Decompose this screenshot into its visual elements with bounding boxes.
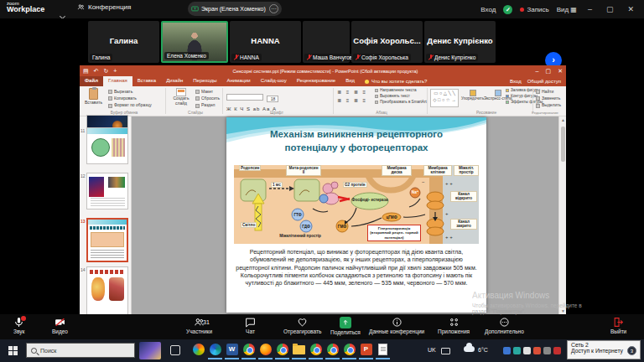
ppt-minimize-button[interactable]: – — [532, 68, 543, 74]
restore-button[interactable]: ▢ — [603, 5, 617, 13]
tab-design[interactable]: Дизайн — [161, 76, 188, 86]
participant-tile-hanna[interactable]: HANNA HANNA — [230, 21, 301, 63]
more-button[interactable]: Дополнительно — [485, 317, 524, 334]
view-button[interactable]: Вид ▦ — [557, 6, 577, 13]
participants-button[interactable]: 31 Участники — [186, 317, 212, 334]
label-channel-closed: Канал закрито — [450, 219, 477, 230]
select-button[interactable]: Выделить — [536, 102, 561, 107]
signin-link[interactable]: Вход — [480, 6, 496, 13]
participant-tile-sofia[interactable]: Софія Хорольс... Софія Хорольська — [351, 21, 423, 63]
editing-commands: Найти Заменить Выделить — [536, 89, 561, 108]
tab-slideshow[interactable]: Слайд-шоу — [256, 76, 292, 86]
copy-button[interactable]: Копировать — [108, 96, 152, 101]
layout-button[interactable]: Макет — [195, 89, 220, 94]
taskbar-app-chrome-4[interactable] — [325, 344, 340, 359]
more-options-icon[interactable]: ⋯ — [269, 4, 278, 13]
close-button[interactable]: ✕ — [624, 5, 637, 13]
taskbar-app-edge[interactable] — [208, 344, 222, 359]
replace-button[interactable]: Заменить — [536, 96, 561, 101]
arrange-button[interactable]: Упорядочить — [461, 90, 484, 101]
format-painter-button[interactable]: Формат по образцу — [108, 102, 152, 107]
ppt-signin[interactable]: Вход — [510, 79, 522, 84]
minimize-button[interactable]: – — [584, 5, 595, 13]
tray-icon-1[interactable] — [503, 347, 511, 354]
slide-thumbnail-11[interactable] — [86, 127, 128, 164]
taskbar-app-word[interactable]: W — [225, 344, 239, 359]
align-text-button[interactable]: Выровнять текст — [375, 94, 427, 98]
tab-meeting[interactable]: Конференция — [77, 3, 131, 11]
tray-icon-4[interactable] — [533, 347, 541, 354]
start-button[interactable] — [8, 346, 18, 355]
ppt-close-button[interactable]: ✕ — [554, 68, 566, 75]
participant-tile-galina[interactable]: Галина Галина — [88, 21, 159, 63]
participant-tile-elena-active-speaker[interactable]: Елена Хоменко — [161, 21, 228, 63]
slide-thumbnail-14[interactable] — [86, 266, 128, 314]
participant-tile-denys[interactable]: Денис Купрієнко Денис Купрієнко — [424, 21, 496, 63]
tray-icon-3[interactable] — [523, 347, 531, 354]
reset-button[interactable]: Сбросить — [195, 96, 220, 101]
notification-count-badge[interactable]: 3 — [627, 346, 636, 355]
section-button[interactable]: Раздел — [195, 102, 220, 107]
editing-canvas[interactable]: Механізм виникнення рецепторного потенці… — [132, 116, 558, 314]
apps-button[interactable]: Приложения — [438, 317, 470, 334]
slide-thumbnail-12[interactable] — [86, 173, 128, 209]
participant-tile-masha[interactable]: Маша Ванчугова — [303, 21, 350, 63]
security-shield-icon[interactable]: ✓ — [503, 5, 512, 14]
tab-animations[interactable]: Анимации — [221, 76, 255, 86]
taskbar-app-file-explorer[interactable] — [292, 344, 306, 359]
scroll-up-icon[interactable]: ▲ — [559, 117, 567, 122]
smartart-button[interactable]: Преобразовать в SmartArt — [375, 100, 427, 104]
taskbar-app-chrome-5[interactable] — [342, 344, 356, 359]
widgets-button[interactable] — [139, 342, 161, 359]
taskbar-app-document[interactable] — [376, 344, 390, 359]
font-name-box[interactable] — [226, 94, 263, 101]
align-buttons[interactable]: ≣ ≡ ≣ ≡ — [337, 97, 367, 103]
taskbar-app-chrome-2[interactable] — [275, 344, 289, 359]
tab-view[interactable]: Вид — [340, 76, 360, 86]
keyboard-icon[interactable] — [441, 348, 450, 354]
tray-icon-2[interactable] — [513, 347, 521, 354]
scroll-down-icon[interactable]: ▼ — [559, 308, 567, 313]
cut-button[interactable]: Вырезать — [108, 89, 152, 94]
language-indicator[interactable]: UK — [428, 347, 436, 353]
ppt-restore-button[interactable]: ▢ — [543, 68, 555, 75]
weather-cloud-icon[interactable] — [464, 346, 475, 352]
find-button[interactable]: Найти — [536, 89, 561, 94]
tab-review[interactable]: Рецензирование — [292, 76, 340, 86]
taskbar-app-chrome[interactable] — [242, 344, 256, 359]
vertical-scrollbar[interactable]: ▲ ▼ — [558, 116, 566, 314]
slide-commands: Макет Сбросить Раздел — [195, 89, 220, 108]
shapes-gallery[interactable]: ▭ ○ △ ╲ ╲ ◇ □ ○ ☆ → — [430, 89, 459, 107]
taskbar-app-chrome-3[interactable] — [309, 344, 323, 359]
share-screen-button[interactable]: Поделиться — [330, 317, 361, 335]
taskbar-app-copilot[interactable] — [191, 344, 205, 359]
leave-button[interactable]: Выйти — [610, 317, 626, 334]
task-view-button[interactable] — [170, 345, 180, 355]
paste-button[interactable]: Вставить — [85, 88, 102, 105]
tab-home[interactable]: Главная — [103, 76, 132, 86]
taskbar-app-firefox[interactable] — [258, 344, 273, 359]
scrollbar-thumb[interactable] — [561, 127, 565, 162]
chat-button[interactable]: Чат — [245, 317, 256, 334]
font-size-box[interactable]: 18 — [267, 96, 278, 102]
quick-access-toolbar[interactable]: ▤ ↶ ↻ + — [83, 68, 118, 75]
tray-icon-6[interactable] — [553, 347, 561, 354]
tab-insert[interactable]: Вставка — [132, 76, 161, 86]
tray-icon-5[interactable] — [543, 347, 551, 354]
slide-thumbnail-13-current[interactable] — [86, 218, 128, 262]
taskbar-search[interactable]: Поиск — [26, 343, 135, 358]
tab-file[interactable]: Файл — [80, 76, 103, 86]
taskbar-app-powerpoint[interactable]: P — [359, 344, 373, 359]
share-button[interactable]: Общий доступ — [527, 79, 561, 84]
audio-button[interactable]: Звук — [13, 317, 24, 334]
tell-me-box[interactable]: Что вы хотите сделать? — [360, 76, 432, 86]
new-slide-button[interactable]: Создать слайд — [169, 88, 194, 106]
tab-screen-share[interactable]: Экран (Елена Хоменко) ⋯ — [188, 2, 282, 16]
slide[interactable]: Механізм виникнення рецепторного потенці… — [226, 117, 486, 313]
list-buttons[interactable]: ≣ ≡ ≣ ≡ — [337, 89, 367, 95]
tab-transitions[interactable]: Переходы — [188, 76, 221, 86]
meeting-info-button[interactable]: Данные конференции — [369, 317, 424, 334]
react-button[interactable]: Отреагировать — [283, 317, 321, 334]
video-button[interactable]: Видео — [52, 317, 68, 334]
text-direction-button[interactable]: Направление текста — [375, 88, 427, 92]
